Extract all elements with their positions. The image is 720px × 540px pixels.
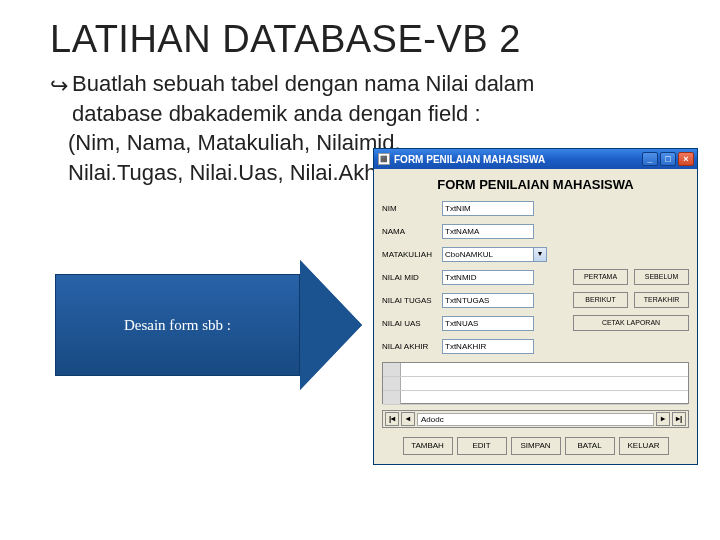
slide-title: LATIHAN DATABASE-VB 2 (50, 18, 670, 61)
label-nilaiakhir: NILAI AKHIR (382, 342, 442, 351)
keluar-button[interactable]: KELUAR (619, 437, 669, 455)
label-nim: NIM (382, 204, 442, 213)
nav-text: Adodc (417, 413, 654, 426)
minimize-button[interactable]: _ (642, 152, 658, 166)
sebelum-button[interactable]: SEBELUM (634, 269, 689, 285)
tambah-button[interactable]: TAMBAH (403, 437, 453, 455)
nav-prev-icon[interactable]: ◂ (401, 412, 415, 426)
close-button[interactable]: × (678, 152, 694, 166)
cetak-button[interactable]: CETAK LAPORAN (573, 315, 689, 331)
label-nilaiuas: NILAI UAS (382, 319, 442, 328)
input-nilaiakhir[interactable]: TxtNAKHIR (442, 339, 534, 354)
combo-matakuliah[interactable]: CboNAMKUL ▼ (442, 247, 547, 262)
window-title: FORM PENILAIAN MAHASISWA (394, 154, 642, 165)
berikut-button[interactable]: BERIKUT (573, 292, 628, 308)
chevron-down-icon[interactable]: ▼ (533, 248, 546, 261)
input-nilaiuas[interactable]: TxtNUAS (442, 316, 534, 331)
input-nilaimid[interactable]: TxtNMID (442, 270, 534, 285)
input-nama[interactable]: TxtNAMA (442, 224, 534, 239)
form-heading: FORM PENILAIAN MAHASISWA (382, 177, 689, 192)
nav-first-icon[interactable]: |◂ (385, 412, 399, 426)
data-grid[interactable] (382, 362, 689, 404)
maximize-button[interactable]: □ (660, 152, 676, 166)
arrow-head-icon (300, 260, 362, 390)
app-icon: ▦ (378, 153, 390, 165)
bullet-line-1: Buatlah sebuah tabel dengan nama Nilai d… (72, 71, 534, 96)
nav-next-icon[interactable]: ▸ (656, 412, 670, 426)
arrow-label: Desain form sbb : (124, 317, 231, 334)
nav-last-icon[interactable]: ▸| (672, 412, 686, 426)
input-nilaitugas[interactable]: TxtNTUGAS (442, 293, 534, 308)
label-nilaimid: NILAI MID (382, 273, 442, 282)
edit-button[interactable]: EDIT (457, 437, 507, 455)
vb-form-window: ▦ FORM PENILAIAN MAHASISWA _ □ × FORM PE… (373, 148, 698, 465)
simpan-button[interactable]: SIMPAN (511, 437, 561, 455)
terakhir-button[interactable]: TERAKHIR (634, 292, 689, 308)
adodc-navigator: |◂ ◂ Adodc ▸ ▸| (382, 410, 689, 428)
titlebar: ▦ FORM PENILAIAN MAHASISWA _ □ × (374, 149, 697, 169)
input-nim[interactable]: TxtNIM (442, 201, 534, 216)
label-matakuliah: MATAKULIAH (382, 250, 442, 259)
bullet-line-2: database dbakademik anda dengan field : (72, 101, 481, 126)
label-nilaitugas: NILAI TUGAS (382, 296, 442, 305)
pertama-button[interactable]: PERTAMA (573, 269, 628, 285)
bullet-item: ↪ Buatlah sebuah tabel dengan nama Nilai… (50, 69, 670, 128)
combo-value: CboNAMKUL (445, 248, 493, 261)
batal-button[interactable]: BATAL (565, 437, 615, 455)
label-nama: NAMA (382, 227, 442, 236)
arrow-callout: Desain form sbb : (55, 260, 365, 390)
bullet-icon: ↪ (50, 71, 68, 101)
